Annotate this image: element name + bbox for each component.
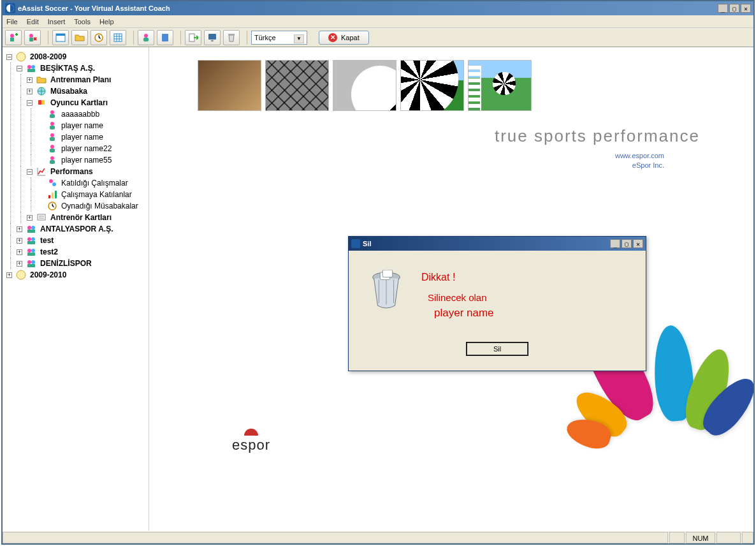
- svg-point-47: [31, 249, 35, 253]
- svg-rect-22: [41, 100, 45, 105]
- svg-point-44: [31, 237, 35, 241]
- tree-team-test2[interactable]: + test2: [17, 246, 147, 258]
- language-selected-label: Türkçe: [254, 34, 276, 41]
- tree-team-denizlispor[interactable]: + DENİZLİSPOR: [17, 258, 147, 269]
- dialog-delete-button[interactable]: Sil: [467, 343, 528, 355]
- menu-file[interactable]: File: [6, 18, 18, 26]
- menu-tools[interactable]: Tools: [74, 18, 91, 26]
- collapse-icon[interactable]: –: [27, 169, 33, 175]
- expand-icon[interactable]: +: [17, 261, 22, 267]
- main-content: true sports performance www.espor.com eS…: [149, 47, 753, 531]
- tool-add-player-icon[interactable]: [5, 30, 22, 45]
- player-icon: [47, 109, 57, 119]
- tree: – 2008-2009 – BEŞİKTAŞ A.Ş.: [4, 51, 147, 281]
- toolbar-separator: [130, 31, 134, 45]
- status-cell: [716, 532, 741, 543]
- svg-rect-4: [29, 38, 33, 41]
- resize-grip-icon[interactable]: [742, 532, 753, 543]
- tree-perf-item[interactable]: Çalışmaya Katılanlar: [37, 189, 147, 200]
- globe-icon: [36, 86, 47, 96]
- expand-icon[interactable]: +: [17, 249, 22, 255]
- menu-edit[interactable]: Edit: [27, 18, 39, 26]
- tree-player[interactable]: aaaaaabbb: [37, 108, 147, 120]
- tree-performans[interactable]: – Performans: [27, 166, 147, 177]
- tool-book-icon[interactable]: [157, 30, 173, 45]
- title-bar: eAssist Soccer - Your Virtual Assistant …: [3, 1, 753, 15]
- collapse-icon[interactable]: –: [6, 54, 12, 60]
- dialog-title-bar: Sil _ ▢ ✕: [349, 237, 646, 251]
- tree-label: Oynadığı Müsabakalar: [60, 200, 140, 212]
- svg-rect-13: [208, 34, 216, 40]
- tree-label: ANTALYASPOR A.Ş.: [39, 223, 114, 235]
- close-button[interactable]: ✕ Kapat: [319, 31, 369, 45]
- expand-icon[interactable]: +: [27, 77, 33, 83]
- dialog-maximize-button[interactable]: ▢: [622, 239, 632, 248]
- app-window: eAssist Soccer - Your Virtual Assistant …: [1, 0, 755, 545]
- tree-season-2008[interactable]: – 2008-2009: [6, 51, 147, 63]
- dialog-close-button[interactable]: ✕: [633, 239, 643, 248]
- window-title: eAssist Soccer - Your Virtual Assistant …: [18, 4, 170, 12]
- menu-help[interactable]: Help: [99, 18, 114, 26]
- tree-label: player name: [60, 131, 105, 143]
- dialog-minimize-button[interactable]: _: [610, 239, 620, 248]
- tree-perf-item[interactable]: Oynadığı Müsabakalar: [37, 200, 147, 212]
- collapse-icon[interactable]: –: [17, 66, 22, 71]
- minimize-button[interactable]: _: [718, 4, 728, 13]
- tree-oyuncu-kartlari[interactable]: – Oyuncu Kartları: [27, 97, 147, 108]
- svg-point-50: [31, 260, 35, 264]
- tree-musabaka[interactable]: + Müsabaka: [27, 85, 147, 97]
- perf-icon: [47, 189, 57, 200]
- body: – 2008-2009 – BEŞİKTAŞ A.Ş.: [3, 47, 753, 531]
- svg-point-41: [31, 226, 35, 230]
- tree-team-besiktas[interactable]: – BEŞİKTAŞ A.Ş.: [17, 63, 147, 74]
- expand-icon[interactable]: +: [17, 238, 22, 244]
- tree-label: DENİZLİSPOR: [39, 258, 93, 269]
- cards-icon: [36, 98, 47, 108]
- menu-insert[interactable]: Insert: [48, 18, 66, 26]
- expand-icon[interactable]: +: [17, 226, 22, 232]
- tool-monitor-icon[interactable]: [204, 30, 221, 45]
- tool-clock-icon[interactable]: [91, 30, 107, 45]
- svg-point-18: [31, 65, 35, 69]
- tree-perf-item[interactable]: Katıldığı Çalışmalar: [37, 177, 147, 189]
- svg-rect-45: [27, 241, 35, 244]
- tree-team-antalyaspor[interactable]: + ANTALYASPOR A.Ş.: [17, 223, 147, 235]
- tree-season-2009[interactable]: + 2009-2010: [6, 269, 147, 281]
- tree-player[interactable]: player name55: [37, 154, 147, 166]
- tree-player[interactable]: player name22: [37, 143, 147, 154]
- tool-grid-icon[interactable]: [110, 30, 126, 45]
- tree-player[interactable]: player name: [37, 131, 147, 143]
- brand-link[interactable]: www.espor.com: [162, 151, 664, 161]
- svg-point-3: [29, 34, 33, 38]
- tree-team-test[interactable]: + test: [17, 235, 147, 246]
- svg-point-52: [17, 270, 25, 279]
- tree-antrenor-kartlari[interactable]: + Antrenör Kartları: [27, 212, 147, 223]
- svg-rect-37: [55, 191, 57, 198]
- collapse-icon[interactable]: –: [27, 100, 33, 106]
- perf-icon: [47, 178, 57, 188]
- tree-antrenman-plani[interactable]: + Antrenman Planı: [27, 74, 147, 85]
- chart-icon: [36, 166, 47, 177]
- tree-player[interactable]: player name: [37, 120, 147, 131]
- tree-label: player name55: [60, 154, 113, 166]
- language-select[interactable]: Türkçe: [251, 31, 307, 45]
- svg-rect-55: [382, 270, 392, 277]
- close-window-button[interactable]: ✕: [741, 4, 751, 13]
- tool-remove-player-icon[interactable]: [24, 30, 41, 45]
- expand-icon[interactable]: +: [27, 89, 33, 94]
- expand-icon[interactable]: +: [6, 272, 12, 278]
- dialog-text: Dikkat ! Silinecek olan player name: [421, 270, 494, 321]
- tool-folder-icon[interactable]: [71, 30, 88, 45]
- svg-point-9: [144, 34, 148, 38]
- coach-icon: [36, 212, 47, 223]
- tool-trashcan-icon[interactable]: [223, 30, 240, 45]
- player-icon: [47, 121, 57, 131]
- svg-rect-32: [50, 160, 55, 164]
- tree-label: Antrenman Planı: [49, 74, 112, 85]
- tool-export-icon[interactable]: [185, 30, 201, 45]
- maximize-button[interactable]: ▢: [729, 4, 739, 13]
- tool-calendar-icon[interactable]: [52, 30, 69, 45]
- player-icon: [47, 155, 57, 165]
- tool-person-icon[interactable]: [138, 30, 154, 45]
- expand-icon[interactable]: +: [27, 215, 33, 221]
